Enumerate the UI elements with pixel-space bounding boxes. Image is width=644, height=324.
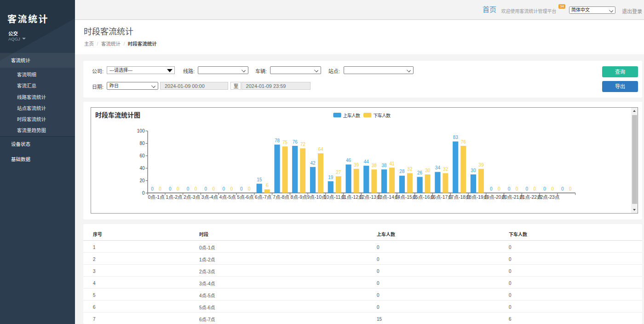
svg-text:0: 0: [490, 186, 493, 191]
svg-text:30: 30: [425, 168, 431, 173]
svg-text:39: 39: [354, 162, 359, 167]
svg-text:0: 0: [248, 186, 251, 191]
svg-text:4点-5点: 4点-5点: [219, 194, 236, 200]
svg-text:15: 15: [257, 177, 262, 182]
svg-text:上车人数: 上车人数: [343, 112, 361, 118]
svg-text:0: 0: [526, 186, 529, 191]
svg-text:80: 80: [139, 141, 145, 146]
svg-text:0: 0: [230, 186, 233, 191]
svg-text:83: 83: [453, 135, 459, 140]
svg-text:64: 64: [318, 146, 323, 151]
svg-text:39: 39: [478, 162, 484, 167]
svg-text:0: 0: [508, 186, 511, 191]
svg-text:44: 44: [364, 159, 369, 164]
svg-text:30: 30: [471, 168, 476, 173]
svg-text:8点-9点: 8点-9点: [291, 194, 307, 200]
svg-text:72: 72: [300, 142, 306, 147]
svg-text:5点-6点: 5点-6点: [237, 194, 253, 200]
svg-text:19: 19: [328, 174, 334, 179]
svg-text:26: 26: [417, 170, 423, 175]
svg-text:0: 0: [169, 186, 172, 191]
svg-text:46: 46: [346, 158, 351, 163]
svg-text:下车人数: 下车人数: [374, 112, 391, 118]
svg-text:0: 0: [142, 191, 145, 196]
svg-text:32: 32: [407, 167, 413, 172]
svg-text:0: 0: [159, 186, 161, 191]
svg-text:0: 0: [187, 186, 190, 191]
svg-text:34: 34: [435, 165, 441, 170]
svg-text:0: 0: [569, 186, 572, 191]
svg-text:0: 0: [195, 186, 197, 191]
svg-text:42: 42: [310, 160, 316, 165]
svg-text:28: 28: [399, 169, 405, 174]
svg-text:7点-8点: 7点-8点: [273, 194, 289, 200]
svg-text:100: 100: [137, 128, 145, 133]
svg-text:6点-7点: 6点-7点: [255, 194, 271, 200]
svg-text:38: 38: [382, 162, 387, 168]
svg-text:22点-23点: 22点-23点: [538, 194, 560, 200]
svg-text:0点-1点: 0点-1点: [148, 194, 165, 200]
svg-text:41: 41: [390, 161, 395, 166]
svg-text:0: 0: [177, 186, 179, 191]
svg-text:0: 0: [561, 186, 564, 191]
svg-text:0: 0: [213, 186, 215, 191]
svg-text:时段车流统计图: 时段车流统计图: [95, 111, 140, 119]
svg-text:3点-4点: 3点-4点: [201, 194, 218, 200]
svg-text:76: 76: [461, 139, 466, 144]
svg-text:27: 27: [336, 169, 341, 174]
svg-text:0: 0: [222, 186, 225, 191]
svg-text:0: 0: [543, 186, 546, 191]
svg-text:78: 78: [275, 138, 280, 143]
svg-text:38: 38: [372, 162, 377, 168]
svg-text:0: 0: [205, 186, 207, 191]
svg-text:40: 40: [139, 166, 145, 171]
svg-text:0: 0: [151, 186, 154, 191]
svg-text:60: 60: [139, 153, 145, 158]
svg-text:0: 0: [551, 186, 554, 191]
svg-text:20: 20: [139, 178, 145, 183]
svg-text:2点-3点: 2点-3点: [184, 194, 200, 200]
svg-text:1点-2点: 1点-2点: [166, 194, 182, 200]
svg-text:32: 32: [443, 167, 448, 172]
svg-text:0: 0: [240, 186, 243, 191]
svg-text:0: 0: [516, 186, 518, 191]
svg-text:6: 6: [266, 183, 269, 188]
svg-text:75: 75: [282, 140, 288, 145]
svg-text:76: 76: [293, 139, 298, 144]
svg-text:0: 0: [534, 186, 536, 191]
svg-text:0: 0: [498, 186, 500, 191]
